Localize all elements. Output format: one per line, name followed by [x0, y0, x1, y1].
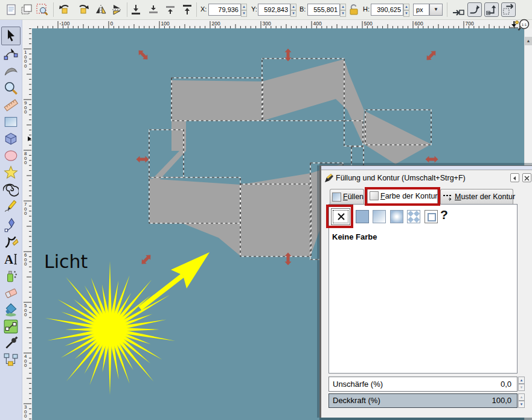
svg-text:600: 600 — [415, 21, 423, 27]
blur-row[interactable]: Unschärfe (%) 0,0 — [328, 377, 518, 392]
affect-gradient-icon[interactable] — [484, 2, 499, 17]
lower-to-bottom-icon[interactable] — [129, 3, 143, 16]
svg-text:0: 0 — [24, 363, 27, 368]
svg-text:0: 0 — [24, 109, 27, 115]
tool-paint-bucket[interactable] — [3, 302, 19, 317]
ruler-vertical[interactable]: 1000900800700600500400300 — [22, 28, 32, 420]
opacity-slider[interactable]: Deckkraft (%) 100,0 — [328, 393, 518, 408]
paint-linear-gradient-button[interactable] — [373, 210, 386, 223]
svg-text:Licht: Licht — [44, 251, 88, 272]
x-field-spinner[interactable]: ▲▼ — [241, 4, 247, 16]
h-field[interactable]: 390,625 — [371, 4, 403, 16]
opacity-label: Deckkraft (%) — [333, 394, 380, 407]
paint-flat-button[interactable] — [356, 210, 369, 223]
y-field-spinner[interactable]: ▲▼ — [290, 4, 296, 16]
x-field[interactable]: 79,936 — [208, 4, 241, 16]
flip-horizontal-icon[interactable] — [94, 3, 107, 16]
b-field-spinner[interactable]: ▲▼ — [340, 4, 346, 16]
svg-text:0: 0 — [111, 21, 114, 27]
tab-fill[interactable]: Füllen — [330, 189, 364, 204]
tool-pen[interactable] — [3, 217, 19, 233]
annotation-box-stroke-tab — [365, 187, 440, 206]
tab-stroke-style-label: Muster der Kontur — [455, 192, 515, 201]
tab-stroke-style[interactable]: Muster der Kontur — [440, 189, 513, 204]
affect-move-icon[interactable] — [450, 2, 465, 17]
paint-swatch-button[interactable] — [425, 210, 438, 223]
scroll-up-icon[interactable]: ▲ — [525, 37, 532, 45]
paint-pattern-button[interactable] — [407, 210, 420, 223]
svg-text:-100: -100 — [60, 21, 70, 27]
tool-star[interactable] — [3, 165, 19, 180]
raise-to-top-icon[interactable] — [181, 3, 194, 16]
tool-zoom[interactable] — [3, 80, 19, 96]
y-field[interactable]: 592,843 — [258, 4, 290, 16]
select-all-icon[interactable] — [20, 3, 33, 16]
affect-pattern-icon[interactable] — [501, 2, 516, 17]
blur-spinner[interactable]: ▲▼ — [518, 377, 525, 391]
tool-selector[interactable] — [1, 27, 21, 45]
toolbar-top: X: 79,936 ▲▼ Y: 592,843 ▲▼ B: 555,801 ▲▼… — [0, 0, 532, 20]
svg-text:0: 0 — [24, 312, 27, 317]
tool-node-editor[interactable] — [3, 46, 19, 62]
tool-connector[interactable] — [3, 352, 19, 368]
tool-tweak[interactable] — [3, 63, 19, 79]
svg-text:200: 200 — [212, 21, 220, 27]
paint-radial-gradient-button[interactable] — [390, 210, 403, 223]
blur-value: 0,0 — [501, 377, 511, 391]
b-field[interactable]: 555,801 — [307, 4, 340, 16]
raise-icon[interactable] — [164, 3, 177, 16]
tool-spiral[interactable] — [3, 182, 19, 197]
stroke-style-tab-icon — [443, 192, 453, 202]
dialog-titlebar[interactable]: Füllung und Kontur (Umschalt+Strg+F) — [321, 171, 532, 185]
tool-pencil[interactable] — [3, 199, 19, 214]
no-paint-label: Keine Farbe — [332, 232, 377, 241]
h-field-spinner[interactable]: ▲▼ — [403, 4, 409, 16]
tool-3dbox[interactable] — [3, 131, 19, 147]
unit-select[interactable]: px — [413, 4, 429, 16]
tool-palette: A — [0, 20, 22, 420]
tool-calligraphy[interactable] — [3, 234, 19, 250]
annotation-box-none-button — [326, 205, 353, 228]
svg-text:A: A — [4, 253, 13, 266]
tool-ellipse[interactable] — [3, 148, 19, 164]
rotate-ccw-icon[interactable] — [58, 3, 71, 16]
svg-text:0: 0 — [24, 261, 27, 267]
svg-text:0: 0 — [24, 160, 27, 165]
opacity-spinner[interactable]: ▲▼ — [518, 393, 525, 408]
dialog-title: Füllung und Kontur (Umschalt+Strg+F) — [336, 171, 466, 185]
dialog-top-band — [321, 166, 532, 170]
tool-rectangle[interactable] — [3, 114, 19, 130]
opacity-value: 100,0 — [492, 394, 511, 407]
lower-icon[interactable] — [147, 3, 160, 16]
unit-dropdown-button[interactable]: ▼ — [429, 4, 443, 16]
zoom-ratio-icon[interactable]: 1:1 — [517, 19, 531, 33]
svg-text:0: 0 — [24, 63, 27, 69]
svg-text:300: 300 — [263, 21, 271, 27]
svg-text:500: 500 — [364, 21, 373, 27]
tool-eraser[interactable] — [3, 285, 19, 301]
paint-unknown-label: ? — [440, 208, 448, 222]
affect-rounding-icon[interactable] — [467, 2, 482, 17]
dialog-close-button[interactable] — [522, 173, 531, 182]
svg-text:400: 400 — [313, 21, 322, 27]
y-field-label: Y: — [251, 5, 257, 13]
fill-stroke-icon — [324, 173, 334, 183]
svg-text:0: 0 — [24, 211, 27, 216]
stroke-paint-panel: ? Keine Farbe — [328, 204, 518, 374]
b-field-label: B: — [300, 5, 306, 13]
rotate-cw-icon[interactable] — [77, 3, 90, 16]
fill-stroke-dialog: Füllung und Kontur (Umschalt+Strg+F) Fül… — [319, 165, 532, 418]
ruler-horizontal[interactable]: -1000100200300400500600700 — [22, 20, 524, 28]
tool-measure[interactable] — [3, 97, 19, 113]
flip-vertical-icon[interactable] — [111, 3, 124, 16]
dock-collapse-button[interactable] — [510, 173, 519, 182]
select-all-layers-icon[interactable] — [36, 3, 49, 16]
svg-text:0: 0 — [24, 413, 27, 419]
lock-icon[interactable] — [348, 3, 359, 16]
tool-text[interactable]: A — [3, 251, 19, 267]
tool-spray[interactable] — [3, 268, 19, 284]
tool-dropper[interactable] — [3, 336, 19, 351]
x-field-label: X: — [200, 5, 207, 13]
tool-gradient[interactable] — [3, 319, 19, 334]
paste-icon[interactable] — [5, 3, 18, 16]
